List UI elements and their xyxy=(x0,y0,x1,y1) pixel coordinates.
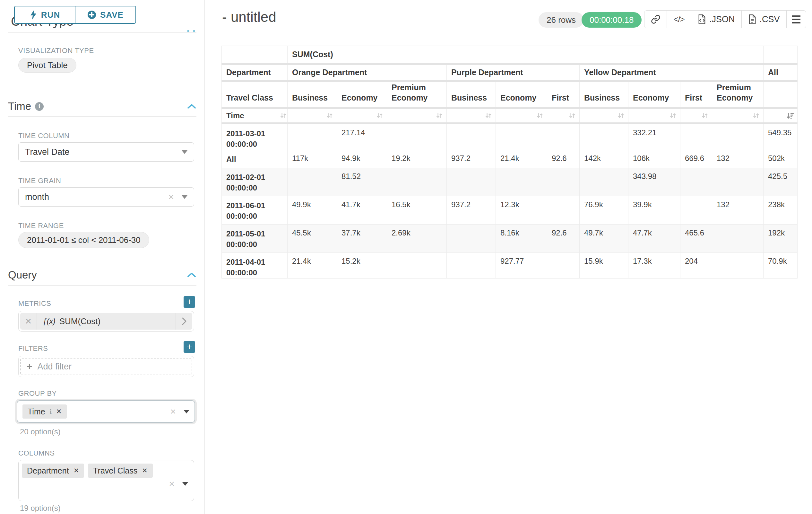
remove-tag-icon[interactable]: ✕ xyxy=(56,408,62,415)
row-count-badge: 26 rows xyxy=(539,12,584,28)
pivot-cell: 425.5 xyxy=(763,168,798,196)
sort-descending-icon[interactable] xyxy=(786,112,794,119)
remove-tag-icon[interactable]: ✕ xyxy=(142,467,148,475)
sort-cell xyxy=(387,108,447,124)
pivot-cell xyxy=(712,168,763,196)
sort-icon[interactable] xyxy=(617,112,625,119)
pivot-table: SUM(Cost) Department Orange Department P… xyxy=(222,46,798,278)
sort-icon[interactable] xyxy=(569,112,576,119)
clear-icon[interactable]: × xyxy=(168,192,174,202)
time-section-header: Time i xyxy=(8,100,196,112)
columns-tag: Travel Class ✕ xyxy=(88,464,153,478)
columns-tag-label: Department xyxy=(27,466,69,476)
add-filter-button[interactable]: + Add filter xyxy=(20,358,192,375)
remove-metric-icon[interactable]: ✕ xyxy=(20,313,37,330)
metric-header: SUM(Cost) xyxy=(288,46,763,64)
section-divider xyxy=(8,285,196,286)
columns-tag-label: Travel Class xyxy=(93,466,137,476)
pivot-cell xyxy=(680,196,712,224)
chevron-down-icon[interactable] xyxy=(182,150,187,154)
view-query-button[interactable]: </> xyxy=(667,10,691,28)
sort-icon[interactable] xyxy=(280,112,287,119)
col-dim2-label: Travel Class xyxy=(222,81,288,108)
metrics-box: ✕ ƒ(x) SUM(Cost) xyxy=(18,311,194,331)
pivot-cell xyxy=(547,124,580,150)
pivot-cell xyxy=(387,252,447,278)
collapse-chevron-icon[interactable] xyxy=(187,272,196,278)
group-by-options-hint: 20 option(s) xyxy=(20,427,61,436)
section-divider xyxy=(8,32,196,33)
sort-icon[interactable] xyxy=(701,112,709,119)
pivot-cell: 92.6 xyxy=(547,224,580,252)
pivot-cell: 549.35 xyxy=(763,124,798,150)
remove-tag-icon[interactable]: ✕ xyxy=(74,467,79,475)
chevron-down-icon[interactable] xyxy=(182,195,187,199)
share-link-button[interactable] xyxy=(644,10,667,28)
sort-cell xyxy=(680,108,712,124)
pivot-cell: 92.6 xyxy=(547,150,580,168)
pivot-cell: 106k xyxy=(629,150,680,168)
clear-icon[interactable]: × xyxy=(170,407,176,416)
sort-cell xyxy=(496,108,547,124)
pivot-cell xyxy=(447,124,496,150)
file-code-icon xyxy=(698,15,706,24)
table-row: 2011-06-01 00:00:00 49.9k 41.7k 16.5k 93… xyxy=(222,196,798,224)
add-metric-button[interactable]: + xyxy=(183,296,195,308)
table-row: All 117k 94.9k 19.2k 937.2 21.4k 92.6 14… xyxy=(222,150,798,168)
pivot-cell: 217.14 xyxy=(337,124,387,150)
chevron-down-icon[interactable] xyxy=(183,410,190,413)
clear-icon[interactable]: × xyxy=(169,479,175,489)
pivot-cell xyxy=(447,224,496,252)
export-csv-button[interactable]: .CSV xyxy=(742,10,787,28)
department-header-row: Department Orange Department Purple Depa… xyxy=(222,64,798,81)
time-range-pill[interactable]: 2011-01-01 ≤ col < 2011-06-30 xyxy=(18,232,149,248)
sort-cell xyxy=(288,108,337,124)
collapse-chevron-icon[interactable] xyxy=(187,103,196,110)
columns-tag: Department ✕ xyxy=(22,464,84,478)
add-filter-placeholder: Add filter xyxy=(37,362,72,372)
table-row: 2011-04-01 00:00:00 21.4k 15.2k 927.77 1… xyxy=(222,252,798,278)
chart-title[interactable]: - untitled xyxy=(222,9,276,25)
time-section-title: Time xyxy=(8,100,31,112)
time-range-label: TIME RANGE xyxy=(18,222,64,230)
sort-icon[interactable] xyxy=(436,112,443,119)
pivot-cell: 132 xyxy=(712,150,763,168)
pivot-cell: 94.9k xyxy=(337,150,387,168)
sort-cell xyxy=(547,108,580,124)
chevron-down-icon[interactable] xyxy=(182,482,188,486)
pivot-cell: 117k xyxy=(288,150,337,168)
time-grain-select[interactable]: month × xyxy=(18,187,194,207)
class-header: Economy xyxy=(629,81,680,108)
pivot-cell: 49.9k xyxy=(288,196,337,224)
sort-icon[interactable] xyxy=(376,112,383,119)
filters-label: FILTERS xyxy=(18,344,48,353)
row-dim-header: Time xyxy=(222,108,288,124)
corner-cell xyxy=(222,46,288,64)
sort-icon[interactable] xyxy=(669,112,677,119)
time-grain-value: month xyxy=(25,192,49,202)
menu-button[interactable] xyxy=(787,10,806,28)
expand-metric-icon[interactable] xyxy=(176,313,192,330)
add-filter-plus-button[interactable]: + xyxy=(183,341,195,353)
metric-pill[interactable]: ✕ ƒ(x) SUM(Cost) xyxy=(20,313,192,330)
group-by-select[interactable]: Time i ✕ × xyxy=(17,400,195,423)
export-json-button[interactable]: .JSON xyxy=(691,10,742,28)
sort-icon[interactable] xyxy=(326,112,334,119)
corner-cell xyxy=(763,46,798,64)
sort-icon[interactable] xyxy=(752,112,760,119)
export-json-label: .JSON xyxy=(709,15,735,24)
group-by-label: GROUP BY xyxy=(18,389,57,398)
sort-icon[interactable] xyxy=(536,112,544,119)
pivot-cell: 937.2 xyxy=(447,150,496,168)
columns-select[interactable]: Department ✕ Travel Class ✕ × xyxy=(18,460,194,501)
save-button[interactable]: SAVE xyxy=(76,6,136,23)
visualization-type-pill[interactable]: Pivot Table xyxy=(18,58,77,73)
hamburger-icon xyxy=(792,16,801,23)
pivot-cell: 142k xyxy=(580,150,629,168)
pivot-cell xyxy=(547,196,580,224)
run-save-button-group: RUN SAVE xyxy=(14,6,136,24)
time-column-select[interactable]: Travel Date xyxy=(18,142,194,162)
class-header: Premium Economy xyxy=(712,81,763,108)
run-button[interactable]: RUN xyxy=(15,6,76,23)
sort-icon[interactable] xyxy=(485,112,492,119)
